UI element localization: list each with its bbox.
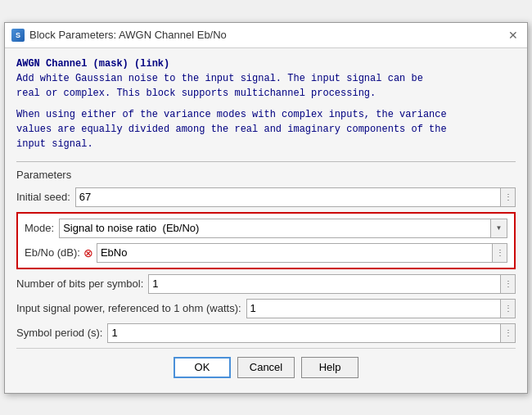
initial-seed-input[interactable] xyxy=(75,187,501,207)
button-row: OK Cancel Help xyxy=(16,348,516,385)
input-power-label: Input signal power, referenced to 1 ohm … xyxy=(16,302,241,314)
bits-per-symbol-menu-btn[interactable]: ⋮ xyxy=(501,274,516,294)
initial-seed-row: Initial seed: ⋮ xyxy=(16,187,516,207)
desc-line1: AWGN Channel (mask) (link) xyxy=(16,56,516,71)
cancel-button[interactable]: Cancel xyxy=(237,357,295,378)
close-button[interactable]: ✕ xyxy=(506,28,521,43)
separator1 xyxy=(16,161,516,162)
mode-dropdown-btn[interactable]: ▼ xyxy=(491,219,507,238)
titlebar: S Block Parameters: AWGN Channel Eb/No ✕ xyxy=(5,23,527,48)
dialog-content: AWGN Channel (mask) (link) Add white Gau… xyxy=(5,48,527,393)
bits-per-symbol-row: Number of bits per symbol: ⋮ xyxy=(16,274,516,294)
initial-seed-menu-btn[interactable]: ⋮ xyxy=(501,187,516,207)
input-power-input[interactable] xyxy=(246,299,501,318)
window-icon: S xyxy=(11,29,25,42)
symbol-period-row: Symbol period (s): ⋮ xyxy=(16,323,516,343)
bits-per-symbol-label: Number of bits per symbol: xyxy=(16,277,143,290)
desc-spacer xyxy=(16,101,516,107)
ok-button[interactable]: OK xyxy=(174,357,231,378)
help-button[interactable]: Help xyxy=(301,357,358,378)
desc-line7: input signal. xyxy=(16,137,516,151)
bits-per-symbol-input-wrap: ⋮ xyxy=(148,274,516,294)
mode-select[interactable] xyxy=(59,219,491,238)
symbol-period-input-wrap: ⋮ xyxy=(107,323,516,343)
bits-per-symbol-input[interactable] xyxy=(148,274,501,294)
mode-row: Mode: ▼ xyxy=(25,219,507,238)
symbol-period-menu-btn[interactable]: ⋮ xyxy=(501,323,516,343)
ebno-menu-btn[interactable]: ⋮ xyxy=(493,243,507,263)
input-power-input-wrap: ⋮ xyxy=(246,299,516,318)
titlebar-left: S Block Parameters: AWGN Channel Eb/No xyxy=(11,29,227,42)
ebno-input-wrap: ⋮ xyxy=(97,243,507,263)
parameters-label: Parameters xyxy=(16,169,516,181)
description-block: AWGN Channel (mask) (link) Add white Gau… xyxy=(16,56,516,151)
input-power-menu-btn[interactable]: ⋮ xyxy=(501,299,516,318)
highlighted-params: Mode: ▼ Eb/No (dB): ⊗ ⋮ xyxy=(16,212,516,269)
mode-label: Mode: xyxy=(25,222,54,234)
input-power-row: Input signal power, referenced to 1 ohm … xyxy=(16,299,516,318)
desc-line6: values are equally divided among the rea… xyxy=(16,122,516,137)
symbol-period-label: Symbol period (s): xyxy=(16,327,102,339)
ebno-input[interactable] xyxy=(97,243,493,263)
ebno-row: Eb/No (dB): ⊗ ⋮ xyxy=(25,243,507,263)
desc-line5: When using either of the variance modes … xyxy=(16,107,516,122)
dialog-window: S Block Parameters: AWGN Channel Eb/No ✕… xyxy=(4,22,528,394)
mode-select-wrap: ▼ xyxy=(59,219,507,238)
symbol-period-input[interactable] xyxy=(107,323,501,343)
warning-icon: ⊗ xyxy=(83,246,93,259)
initial-seed-label: Initial seed: xyxy=(16,191,70,203)
ebno-label: Eb/No (dB): xyxy=(25,246,80,259)
window-title: Block Parameters: AWGN Channel Eb/No xyxy=(29,29,227,41)
desc-line3: real or complex. This block supports mul… xyxy=(16,86,516,101)
desc-line2: Add white Gaussian noise to the input si… xyxy=(16,71,516,86)
initial-seed-input-wrap: ⋮ xyxy=(75,187,516,207)
